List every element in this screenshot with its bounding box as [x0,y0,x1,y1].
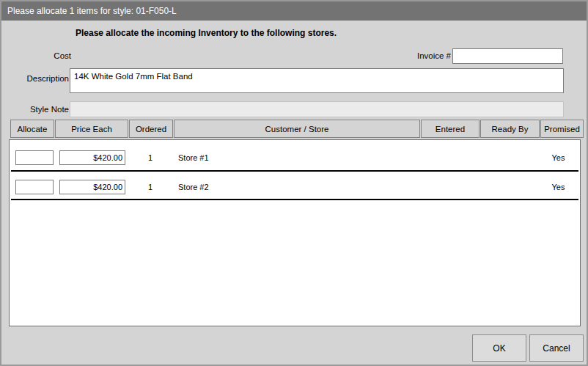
column-header-price-each: Price Each [55,120,128,138]
title-bar[interactable]: Please allocate 1 items for style: 01-F0… [1,1,587,21]
table-header: Allocate Price Each Ordered Customer / S… [10,120,584,138]
customer-store-value: Store #2 [178,182,420,192]
column-header-ordered: Ordered [129,120,173,138]
table-row: 1 Store #2 Yes [10,172,580,199]
allocate-input[interactable] [15,180,54,194]
promised-value: Yes [537,153,580,163]
description-value: 14K White Gold 7mm Flat Band [74,72,193,81]
invoice-label: Invoice # [390,51,451,60]
cancel-button[interactable]: Cancel [529,334,584,362]
column-header-customer-store: Customer / Store [174,120,420,138]
footer: OK Cancel [1,327,587,365]
description-label: Description [8,74,69,83]
customer-store-value: Store #1 [178,153,420,163]
allocate-dialog: Please allocate 1 items for style: 01-F0… [0,0,588,366]
style-note-input[interactable] [70,101,564,117]
column-header-entered: Entered [421,120,479,138]
price-each-input[interactable] [59,150,125,165]
allocate-input[interactable] [15,150,54,165]
style-note-label: Style Note [8,105,69,114]
table-row: 1 Store #1 Yes [10,140,580,170]
invoice-input[interactable] [452,48,563,64]
promised-value: Yes [537,182,580,192]
ordered-value: 1 [128,182,172,192]
row-separator [11,199,578,200]
column-header-ready-by: Ready By [480,120,540,138]
instruction-text: Please allocate the incoming Inventory t… [76,28,337,38]
allocation-list: 1 Store #1 Yes 1 Store #2 Yes [9,139,581,326]
ordered-value: 1 [128,153,172,163]
ok-button[interactable]: OK [472,334,526,362]
price-each-input[interactable] [59,180,125,194]
cost-label: Cost [10,51,71,60]
window-title: Please allocate 1 items for style: 01-F0… [7,6,177,16]
description-input[interactable]: 14K White Gold 7mm Flat Band [70,68,564,93]
column-header-promised: Promised [540,120,584,138]
column-header-allocate: Allocate [10,120,54,138]
